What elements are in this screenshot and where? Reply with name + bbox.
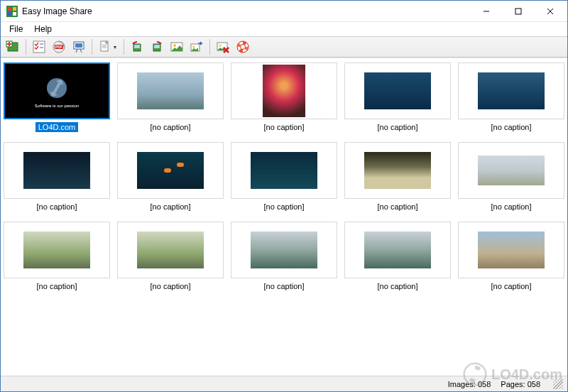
status-images: Images: 058: [448, 380, 491, 388]
main-window: Easy Image Share File Help PDF: [0, 0, 568, 392]
rotate-right-icon: [150, 40, 164, 54]
toolbar-separator: [26, 39, 26, 55]
thumbnail-cell[interactable]: [no caption]: [117, 62, 224, 132]
svg-line-22: [80, 49, 82, 53]
share-image-button[interactable]: [187, 38, 206, 56]
page-dropdown-button[interactable]: ▾: [96, 38, 120, 56]
thumbnail-cell[interactable]: [no caption]: [231, 222, 337, 291]
status-images-count: 058: [478, 380, 491, 388]
thumbnail-frame[interactable]: [458, 62, 564, 119]
thumbnail-frame[interactable]: [458, 142, 564, 199]
add-image-icon: [6, 40, 20, 54]
thumbnail-caption[interactable]: [no caption]: [488, 202, 535, 212]
thumbnail-caption[interactable]: [no caption]: [261, 122, 307, 132]
thumbnail-image: [478, 156, 545, 185]
thumbnail-caption[interactable]: LO4D.com: [36, 122, 79, 132]
thumbnail-frame[interactable]: [4, 222, 110, 278]
thumbnail-frame[interactable]: [344, 142, 451, 199]
thumbnail-caption[interactable]: [no caption]: [34, 281, 80, 291]
svg-rect-6: [515, 9, 521, 14]
help-button[interactable]: [234, 38, 252, 56]
thumbnail-cell[interactable]: [no caption]: [117, 222, 224, 291]
thumbnail-cell[interactable]: [no caption]: [344, 222, 451, 291]
thumbnail-image: [364, 72, 431, 109]
thumbnail-frame[interactable]: [117, 142, 224, 199]
thumbnail-image: [23, 232, 90, 268]
svg-rect-2: [13, 7, 16, 11]
thumbnail-frame[interactable]: [344, 222, 451, 278]
thumbnail-image: [263, 65, 305, 117]
thumbnail-cell[interactable]: [no caption]: [4, 222, 110, 291]
status-pages-count: 058: [528, 380, 540, 388]
export-pdf-button[interactable]: PDF: [50, 38, 68, 56]
thumbnail-caption[interactable]: [no caption]: [488, 122, 535, 132]
thumbnail-frame[interactable]: [117, 62, 224, 119]
rotate-right-button[interactable]: [148, 38, 166, 56]
thumbnail-cell[interactable]: [no caption]: [231, 62, 337, 132]
menubar: File Help: [1, 22, 567, 36]
thumbnail-frame[interactable]: [344, 62, 451, 119]
thumbnail-caption[interactable]: [no caption]: [488, 281, 535, 291]
thumbnail-caption[interactable]: [no caption]: [34, 202, 80, 212]
menu-file[interactable]: File: [4, 23, 28, 36]
rotate-left-button[interactable]: [128, 38, 146, 56]
share-icon: [190, 40, 204, 54]
slideshow-button[interactable]: [70, 38, 88, 56]
thumbnail-caption[interactable]: [no caption]: [148, 202, 194, 212]
thumbnail-image: [478, 72, 545, 109]
status-pages: Pages: 058: [501, 380, 540, 388]
thumbnail-cell[interactable]: [no caption]: [4, 142, 110, 212]
thumbnail-cell[interactable]: [no caption]: [458, 142, 564, 212]
options-button[interactable]: [30, 38, 48, 56]
thumbnail-frame[interactable]: [4, 142, 110, 199]
delete-image-button[interactable]: [214, 38, 232, 56]
status-images-label: Images:: [448, 380, 476, 388]
thumbnail-frame[interactable]: Software is our passion: [4, 62, 110, 119]
thumbnail-frame[interactable]: [458, 222, 564, 278]
thumbnail-caption[interactable]: [no caption]: [375, 281, 421, 291]
image-properties-button[interactable]: [168, 38, 186, 56]
chevron-down-icon: ▾: [112, 44, 118, 50]
svg-rect-13: [33, 41, 45, 53]
thumbnail-grid: Software is our passionLO4D.com[no capti…: [4, 62, 564, 291]
thumbnail-caption[interactable]: [no caption]: [148, 122, 194, 132]
close-icon: [547, 8, 554, 15]
thumbnail-cell[interactable]: [no caption]: [231, 142, 337, 212]
statusbar: Images: 058 Pages: 058: [1, 376, 567, 391]
toolbar: PDF ▾: [1, 36, 567, 58]
thumbnail-caption[interactable]: [no caption]: [148, 281, 194, 291]
thumbnail-cell[interactable]: [no caption]: [458, 222, 564, 291]
thumbnail-frame[interactable]: [231, 142, 337, 199]
add-image-button[interactable]: [4, 38, 22, 56]
thumbnail-cell[interactable]: Software is our passionLO4D.com: [4, 62, 110, 132]
thumbnail-frame[interactable]: [231, 62, 337, 119]
thumbnail-cell[interactable]: [no caption]: [117, 142, 224, 212]
thumbnail-caption[interactable]: [no caption]: [375, 202, 421, 212]
thumbnail-cell[interactable]: [no caption]: [344, 62, 451, 132]
thumbnail-frame[interactable]: [231, 222, 337, 278]
maximize-button[interactable]: [502, 1, 534, 21]
thumbnail-frame[interactable]: [117, 222, 224, 278]
resize-grip[interactable]: [553, 379, 563, 389]
content-area: Software is our passionLO4D.com[no capti…: [1, 58, 567, 376]
thumbnail-cell[interactable]: [no caption]: [344, 142, 451, 212]
svg-point-34: [193, 46, 195, 48]
page-icon: [98, 40, 112, 54]
slideshow-icon: [72, 40, 86, 54]
status-pages-label: Pages:: [501, 380, 525, 388]
thumbnail-cell[interactable]: [no caption]: [458, 62, 564, 132]
thumbnail-image: [478, 232, 545, 268]
image-icon: [170, 40, 184, 54]
close-button[interactable]: [534, 1, 566, 21]
svg-rect-1: [8, 7, 11, 11]
menu-help[interactable]: Help: [28, 23, 58, 36]
thumbnail-caption[interactable]: [no caption]: [261, 202, 307, 212]
rotate-left-icon: [130, 40, 144, 54]
thumbnail-caption[interactable]: [no caption]: [261, 281, 307, 291]
svg-rect-4: [13, 12, 16, 16]
minimize-button[interactable]: [470, 1, 502, 21]
thumbnail-image: [251, 152, 317, 189]
thumbnail-caption[interactable]: [no caption]: [375, 122, 421, 132]
thumbnail-grid-scroll[interactable]: Software is our passionLO4D.com[no capti…: [1, 58, 567, 376]
svg-text:PDF: PDF: [55, 45, 62, 49]
